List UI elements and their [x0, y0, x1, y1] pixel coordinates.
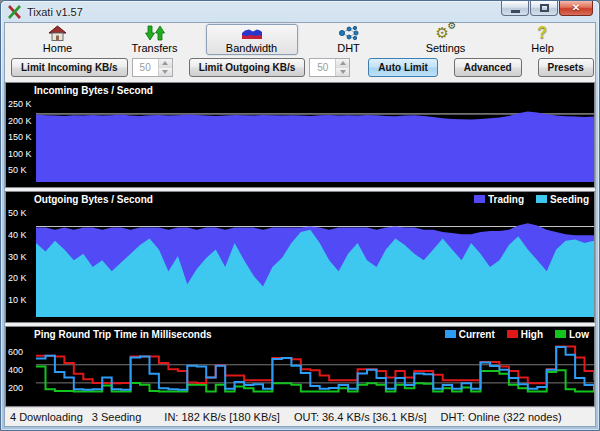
status-seeding: 3 Seeding — [92, 411, 142, 423]
auto-limit-button[interactable]: Auto Limit — [368, 58, 437, 77]
help-icon: ? — [538, 25, 548, 41]
outgoing-chart-plot: 50 K40 K30 K20 K10 K — [6, 206, 594, 322]
window-controls: ✕ — [501, 1, 593, 16]
nav-dht-label: DHT — [337, 42, 360, 54]
settings-icon: ⚙⚙ — [436, 25, 456, 41]
transfers-icon — [145, 25, 165, 41]
spin-down-icon[interactable] — [159, 68, 172, 77]
nav-bandwidth[interactable]: Bandwidth — [206, 24, 298, 55]
advanced-button[interactable]: Advanced — [454, 58, 522, 77]
ping-chart-title: Ping Round Trip Time in Milliseconds — [34, 329, 212, 340]
status-outgoing-rate: OUT: 36.4 KB/s [36.1 KB/s] — [294, 411, 427, 423]
minimize-icon — [511, 10, 520, 13]
charts-area: Incoming Bytes / Second 250 K200 K150 K1… — [5, 80, 595, 407]
nav-settings[interactable]: ⚙⚙ Settings — [400, 24, 492, 55]
y-axis-tick-label: 20 K — [8, 274, 27, 283]
limit-outgoing-value: 50 — [310, 59, 335, 76]
ping-chart-panel: Ping Round Trip Time in Milliseconds Cur… — [5, 326, 595, 407]
main-toolbar: Home Transfers Bandwid — [5, 23, 595, 56]
outgoing-chart-legend: Trading Seeding — [462, 194, 589, 205]
legend-item-seeding: Seeding — [536, 194, 589, 205]
spin-up-icon[interactable] — [336, 59, 349, 68]
status-dht: DHT: Online (322 nodes) — [441, 411, 562, 423]
nav-help[interactable]: ? Help — [497, 24, 589, 55]
high-legend-label: High — [521, 329, 543, 340]
presets-button[interactable]: Presets — [538, 58, 594, 77]
nav-dht[interactable]: DHT — [303, 24, 395, 55]
nav-home-label: Home — [43, 42, 72, 54]
seeding-legend-label: Seeding — [550, 194, 589, 205]
home-icon — [48, 25, 67, 41]
limit-incoming-spinner[interactable]: 50 — [132, 58, 173, 77]
tixati-logo-icon — [7, 5, 22, 19]
y-axis-tick-label: 400 — [8, 366, 23, 375]
legend-item-low: Low — [555, 329, 589, 340]
incoming-chart-title: Incoming Bytes / Second — [34, 85, 153, 96]
status-incoming-rate: IN: 182 KB/s [180 KB/s] — [164, 411, 280, 423]
limit-incoming-spin-arrows — [158, 59, 172, 76]
outgoing-chart-panel: Outgoing Bytes / Second Trading Seeding … — [5, 191, 595, 323]
seeding-swatch-icon — [536, 195, 547, 203]
ping-chart-plot: 600400200 — [6, 341, 594, 406]
y-axis-tick-label: 150 K — [8, 133, 32, 142]
outgoing-chart-title: Outgoing Bytes / Second — [34, 194, 153, 205]
outgoing-chart-header: Outgoing Bytes / Second Trading Seeding — [6, 192, 594, 206]
current-legend-label: Current — [459, 329, 495, 340]
nav-home[interactable]: Home — [12, 24, 104, 55]
y-axis-tick-label: 100 K — [8, 150, 32, 159]
nav-help-label: Help — [531, 42, 554, 54]
y-axis-tick-label: 200 K — [8, 117, 32, 126]
y-axis-tick-label: 200 — [8, 384, 23, 393]
y-axis-tick-label: 10 K — [8, 296, 27, 305]
high-swatch-icon — [507, 330, 518, 338]
app-window: Tixati v1.57 ✕ Home — [0, 0, 600, 431]
y-axis-tick-label: 250 K — [8, 100, 32, 109]
spin-up-icon[interactable] — [159, 59, 172, 68]
current-swatch-icon — [445, 330, 456, 338]
legend-item-current: Current — [445, 329, 495, 340]
dht-icon — [338, 25, 360, 41]
y-axis-tick-label: 50 K — [8, 209, 27, 218]
ping-chart-header: Ping Round Trip Time in Milliseconds Cur… — [6, 327, 594, 341]
limit-incoming-button[interactable]: Limit Incoming KB/s — [11, 58, 128, 77]
incoming-chart-panel: Incoming Bytes / Second 250 K200 K150 K1… — [5, 82, 595, 188]
y-axis-tick-label: 30 K — [8, 253, 27, 262]
nav-settings-label: Settings — [426, 42, 466, 54]
low-swatch-icon — [555, 330, 566, 338]
status-downloading: 4 Downloading — [10, 411, 83, 423]
legend-item-high: High — [507, 329, 543, 340]
ping-chart-legend: Current High Low — [433, 329, 589, 340]
titlebar: Tixati v1.57 ✕ — [1, 1, 599, 22]
spin-down-icon[interactable] — [336, 68, 349, 77]
maximize-icon — [540, 4, 549, 12]
nav-transfers-label: Transfers — [131, 42, 177, 54]
bandwidth-toolbar: Limit Incoming KB/s 50 Limit Outgoing KB… — [5, 56, 595, 80]
statusbar: 4 Downloading 3 Seeding IN: 182 KB/s [18… — [5, 407, 595, 426]
limit-outgoing-button[interactable]: Limit Outgoing KB/s — [189, 58, 306, 77]
limit-incoming-value: 50 — [133, 59, 158, 76]
incoming-chart-header: Incoming Bytes / Second — [6, 83, 594, 97]
window-title: Tixati v1.57 — [27, 6, 83, 18]
window-content: Home Transfers Bandwid — [4, 22, 596, 427]
limit-outgoing-spin-arrows — [335, 59, 349, 76]
minimize-button[interactable] — [501, 1, 529, 16]
limit-outgoing-spinner[interactable]: 50 — [309, 58, 350, 77]
close-icon: ✕ — [572, 3, 580, 13]
bandwidth-icon — [241, 25, 263, 41]
legend-item-trading: Trading — [474, 194, 524, 205]
y-axis-tick-label: 50 K — [8, 166, 27, 175]
close-button[interactable]: ✕ — [559, 1, 593, 16]
low-legend-label: Low — [569, 329, 589, 340]
y-axis-tick-label: 600 — [8, 348, 23, 357]
y-axis-tick-label: 40 K — [8, 231, 27, 240]
maximize-button[interactable] — [530, 1, 558, 16]
nav-bandwidth-label: Bandwidth — [226, 42, 277, 54]
incoming-chart-plot: 250 K200 K150 K100 K50 K — [6, 97, 594, 187]
nav-transfers[interactable]: Transfers — [109, 24, 201, 55]
trading-legend-label: Trading — [488, 194, 524, 205]
trading-swatch-icon — [474, 195, 485, 203]
